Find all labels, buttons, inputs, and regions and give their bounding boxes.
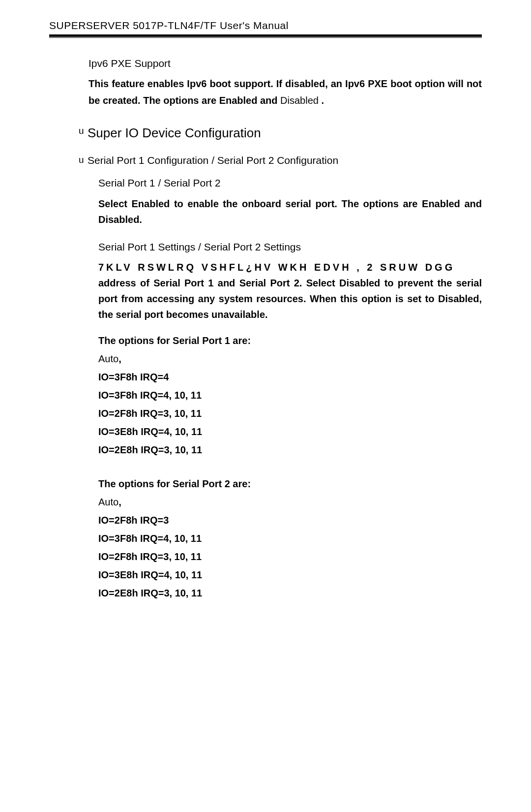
port2-opt-5: IO=2E8h IRQ=3, 10, 11 bbox=[98, 588, 482, 599]
serialcfg-heading-row: uSerial Port 1 Configuration / Serial Po… bbox=[79, 155, 482, 166]
port1-opt-5-text: IO=2E8h IRQ=3, 10, 11 bbox=[98, 444, 202, 455]
port2-options-heading: The options for Serial Port 2 are: bbox=[98, 478, 482, 490]
manual-title: SUPERSERVER 5017P-TLN4F/TF User's Manual bbox=[49, 20, 482, 31]
bullet-icon: u bbox=[79, 125, 88, 136]
port2-opt-3-text: IO=2F8h IRQ=3, 10, 11 bbox=[98, 551, 202, 562]
superio-heading: Super IO Device Configuration bbox=[88, 125, 261, 140]
port1-options-heading: The options for Serial Port 1 are: bbox=[98, 335, 482, 346]
port1-opt-3-text: IO=2F8h IRQ=3, 10, 11 bbox=[98, 408, 202, 419]
port2-opt-4-text: IO=3E8h IRQ=4, 10, 11 bbox=[98, 569, 202, 580]
port2-opt-5-text: IO=2E8h IRQ=3, 10, 11 bbox=[98, 588, 202, 598]
serialsettings-body: address of Serial Port 1 and Serial Port… bbox=[98, 275, 482, 322]
comma: , bbox=[118, 353, 121, 364]
bullet-icon: u bbox=[79, 155, 88, 165]
port1-opt-4-text: IO=3E8h IRQ=4, 10, 11 bbox=[98, 426, 202, 437]
serialcfg-heading: Serial Port 1 Configuration / Serial Por… bbox=[88, 155, 338, 166]
port2-opt-1-text: IO=2F8h IRQ=3 bbox=[98, 515, 169, 526]
superio-heading-row: uSuper IO Device Configuration bbox=[79, 125, 482, 141]
port1-opt-auto: Auto, bbox=[98, 353, 482, 365]
port1-opt-2: IO=3F8h IRQ=4, 10, 11 bbox=[98, 390, 482, 401]
header-rule-thin bbox=[49, 37, 482, 38]
port1-opt-2-text: IO=3F8h IRQ=4, 10, 11 bbox=[98, 390, 202, 401]
port2-opt-2-text: IO=3F8h IRQ=4, 10, 11 bbox=[98, 533, 202, 544]
port2-opt-auto: Auto, bbox=[98, 497, 482, 508]
port1-opt-1: IO=3F8h IRQ=4 bbox=[98, 372, 482, 383]
port2-opt-3: IO=2F8h IRQ=3, 10, 11 bbox=[98, 551, 482, 562]
header-rule-thick bbox=[49, 34, 482, 37]
serialsettings-heading: Serial Port 1 Settings / Serial Port 2 S… bbox=[98, 241, 482, 253]
port1-auto-label: Auto bbox=[98, 353, 118, 364]
serialport-body: Select Enabled to enable the onboard ser… bbox=[98, 196, 482, 227]
ipv6-disabled-word: Disabled bbox=[280, 95, 321, 106]
page-header: SUPERSERVER 5017P-TLN4F/TF User's Manual bbox=[49, 20, 482, 38]
comma: , bbox=[118, 497, 121, 507]
garbled-text: 7KLV RSWLRQ VSHFL¿HV WKH EDVH , 2 SRUW D… bbox=[98, 262, 482, 273]
ipv6-heading: Ipv6 PXE Support bbox=[88, 58, 482, 69]
port1-opt-5: IO=2E8h IRQ=3, 10, 11 bbox=[98, 444, 482, 456]
port1-opt-1-text: IO=3F8h IRQ=4 bbox=[98, 372, 169, 382]
port2-opt-1: IO=2F8h IRQ=3 bbox=[98, 515, 482, 526]
ipv6-body: This feature enables Ipv6 boot support. … bbox=[88, 75, 482, 109]
ipv6-body-end: . bbox=[321, 95, 324, 106]
serialport-heading: Serial Port 1 / Serial Port 2 bbox=[98, 177, 482, 189]
port2-auto-label: Auto bbox=[98, 497, 118, 507]
port2-opt-4: IO=3E8h IRQ=4, 10, 11 bbox=[98, 569, 482, 581]
port1-opt-3: IO=2F8h IRQ=3, 10, 11 bbox=[98, 408, 482, 419]
port1-opt-4: IO=3E8h IRQ=4, 10, 11 bbox=[98, 426, 482, 437]
port2-opt-2: IO=3F8h IRQ=4, 10, 11 bbox=[98, 533, 482, 544]
